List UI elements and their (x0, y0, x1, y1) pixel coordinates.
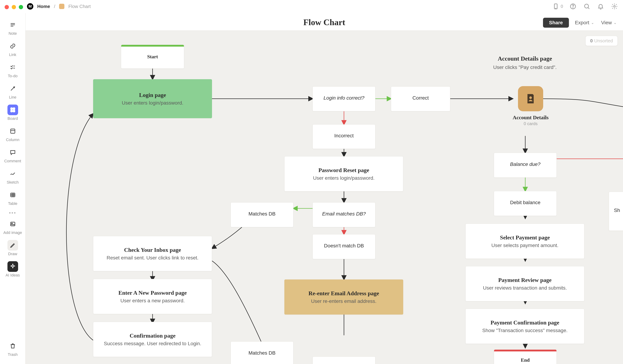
tool-column-label: Column (6, 138, 20, 142)
tool-sketch[interactable]: Sketch (0, 168, 25, 185)
share-button[interactable]: Share (543, 18, 569, 28)
node-title: Password Reset page (318, 167, 369, 174)
node-new-password[interactable]: Enter A New Password page User enters a … (93, 279, 212, 314)
zoom-window-icon[interactable] (19, 5, 23, 9)
svg-rect-25 (11, 222, 15, 226)
node-title: Enter A New Password page (118, 290, 187, 296)
view-label: View (601, 20, 612, 25)
node-partial-bottom[interactable] (312, 357, 375, 364)
tool-comment-label: Comment (4, 159, 21, 163)
view-menu[interactable]: View ⌄ (600, 20, 618, 26)
node-account-details-board[interactable]: Account Details 0 cards (513, 86, 549, 126)
tool-ai-ideas[interactable]: AI Ideas (0, 261, 25, 278)
node-password-reset[interactable]: Password Reset page User enters login/pa… (284, 156, 403, 191)
node-title: Re-enter Email Address page (309, 290, 379, 297)
traffic-lights (5, 5, 23, 9)
sketch-icon (7, 168, 18, 179)
breadcrumb-sep: / (54, 4, 55, 9)
svg-point-6 (614, 5, 615, 7)
node-title: Payment Confirmation page (490, 319, 559, 326)
node-sub: User selects payment amount. (491, 243, 558, 248)
window-titlebar: M Home / Flow Chart 0 (0, 0, 623, 13)
node-title: Sh (614, 207, 620, 213)
node-select-payment[interactable]: Select Payment page User selects payment… (466, 224, 584, 259)
node-debit-balance[interactable]: Debit balance (494, 191, 557, 216)
export-label: Export (575, 20, 589, 25)
node-matches-db-2[interactable]: Matches DB (231, 342, 293, 364)
node-sub: Show "Transaction success" message. (482, 328, 567, 333)
node-reenter-email[interactable]: Re-enter Email Address page User re-ente… (284, 280, 403, 315)
help-icon[interactable] (569, 2, 577, 10)
node-doesnt-match[interactable]: Doesn't match DB (312, 234, 375, 259)
devices-badge[interactable]: 0 (552, 2, 563, 10)
node-confirmation[interactable]: Confirmation page Success message. User … (93, 322, 212, 357)
link-icon (7, 41, 18, 51)
tool-column[interactable]: Column (0, 126, 25, 142)
tool-todo[interactable]: To-do (0, 62, 25, 78)
node-account-header[interactable]: Account Details page User clicks "Pay cr… (466, 55, 584, 70)
page-title[interactable]: Flow Chart (303, 17, 345, 27)
tool-note[interactable]: Note (0, 20, 25, 36)
svg-rect-17 (13, 110, 15, 112)
tool-more-icon[interactable]: ••• (7, 212, 18, 214)
node-title: Matches DB (248, 211, 276, 217)
node-title: Matches DB (248, 350, 276, 356)
unsorted-count: 0 (590, 38, 593, 43)
node-title: Confirmation page (130, 332, 176, 339)
node-sub: User re-enters email address. (311, 298, 377, 304)
tool-trash[interactable]: Trash (0, 341, 25, 357)
svg-rect-18 (11, 129, 15, 133)
node-sub: User reviews transaction and submits. (483, 285, 567, 291)
node-correct[interactable]: Correct (391, 86, 450, 111)
tool-addimage-label: Add image (3, 230, 22, 235)
tool-add-image[interactable]: Add image (0, 219, 25, 235)
gear-icon[interactable] (611, 2, 618, 10)
tool-link-label: Link (9, 52, 16, 57)
node-title: Login page (139, 92, 166, 98)
node-check-inbox[interactable]: Check Your Inbox page Reset email sent. … (93, 236, 212, 271)
node-sub: User enters login/password. (313, 175, 375, 181)
node-end[interactable]: End (494, 349, 557, 364)
sparkle-icon (7, 261, 18, 272)
node-login[interactable]: Login page User enters login/password. (93, 79, 212, 118)
node-start[interactable]: Start (121, 45, 184, 69)
node-balance-question[interactable]: Balance due? (494, 153, 557, 178)
todo-icon (7, 62, 18, 73)
doc-header: Flow Chart Share Export ⌄ View ⌄ (25, 13, 623, 31)
tool-link[interactable]: Link (0, 41, 25, 57)
node-login-question[interactable]: Login info correct? (312, 86, 375, 111)
tool-table[interactable]: Table (0, 190, 25, 206)
node-matches-db-1[interactable]: Matches DB (231, 202, 293, 227)
canvas[interactable]: 0Unsorted (25, 30, 623, 364)
tool-board-label: Board (7, 116, 18, 121)
tool-table-label: Table (8, 201, 17, 206)
node-incorrect[interactable]: Incorrect (312, 124, 375, 149)
breadcrumb-home[interactable]: Home (37, 4, 50, 9)
node-payment-review[interactable]: Payment Review page User reviews transac… (466, 266, 584, 301)
node-accent-bar (121, 45, 184, 47)
tool-line[interactable]: Line (0, 83, 25, 100)
devices-count: 0 (561, 4, 563, 9)
node-title: Select Payment page (500, 234, 550, 241)
tool-comment[interactable]: Comment (0, 147, 25, 163)
table-icon (7, 190, 18, 200)
board-icon (7, 104, 18, 115)
tool-board[interactable]: Board (0, 104, 25, 121)
tool-line-label: Line (9, 95, 17, 100)
close-window-icon[interactable] (5, 5, 9, 9)
node-sub: User enters login/password. (122, 100, 183, 106)
node-payment-confirmation[interactable]: Payment Confirmation page Show "Transact… (466, 309, 584, 344)
tool-draw[interactable]: Draw (0, 240, 25, 256)
left-toolbar: Note Link To-do Line Board Column Commen… (0, 13, 25, 364)
breadcrumb-doc[interactable]: Flow Chart (68, 4, 91, 9)
app-logo-icon[interactable]: M (27, 3, 33, 10)
export-menu[interactable]: Export ⌄ (574, 20, 595, 26)
search-icon[interactable] (583, 2, 591, 10)
node-title: Account Details (513, 115, 549, 121)
node-email-question[interactable]: Email matches DB? (312, 202, 375, 227)
minimize-window-icon[interactable] (12, 5, 16, 9)
node-title: Debit balance (510, 200, 540, 205)
unsorted-pill[interactable]: 0Unsorted (585, 36, 618, 46)
bell-icon[interactable] (597, 2, 604, 10)
node-sh-partial[interactable]: Sh (609, 192, 623, 231)
